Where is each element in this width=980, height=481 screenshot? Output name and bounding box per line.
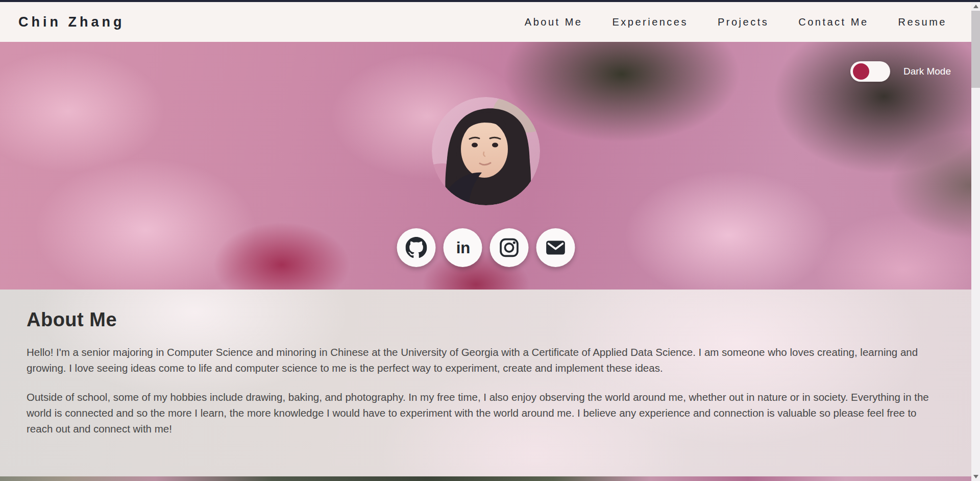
linkedin-icon: in: [451, 236, 474, 259]
page-scrollbar[interactable]: [971, 2, 980, 481]
dark-mode-toggle[interactable]: [850, 61, 890, 82]
about-section: About Me Hello! I'm a senior majoring in…: [0, 290, 971, 476]
nav-item-contact-me[interactable]: Contact Me: [798, 16, 868, 28]
hero-banner: Dark Mode: [0, 42, 971, 290]
scroll-down-button[interactable]: [971, 472, 980, 481]
next-section-peek: [0, 476, 971, 481]
scroll-down-arrow-icon: [973, 475, 978, 478]
github-icon: [405, 237, 427, 258]
about-heading: About Me: [27, 309, 945, 331]
nav-item-experiences[interactable]: Experiences: [612, 16, 688, 28]
svg-text:in: in: [456, 239, 470, 257]
instagram-icon: [498, 237, 520, 258]
dark-mode-label: Dark Mode: [903, 66, 951, 77]
nav-item-projects[interactable]: Projects: [718, 16, 769, 28]
toggle-knob: [853, 63, 869, 80]
profile-photo: [432, 97, 540, 205]
scroll-up-arrow-icon: [973, 5, 978, 8]
scroll-up-button[interactable]: [971, 2, 980, 11]
scrollbar-thumb[interactable]: [971, 11, 980, 88]
envelope-icon: [544, 236, 567, 259]
instagram-button[interactable]: [489, 228, 528, 267]
email-button[interactable]: [536, 228, 575, 267]
dark-mode-control: Dark Mode: [850, 61, 951, 82]
linkedin-button[interactable]: in: [443, 228, 482, 267]
nav-item-about-me[interactable]: About Me: [525, 16, 583, 28]
main-nav: About Me Experiences Projects Contact Me…: [525, 16, 947, 28]
site-header: Chin Zhang About Me Experiences Projects…: [0, 2, 971, 42]
about-paragraph-2: Outside of school, some of my hobbies in…: [27, 389, 943, 437]
about-paragraph-1: Hello! I'm a senior majoring in Computer…: [27, 344, 943, 376]
page: Chin Zhang About Me Experiences Projects…: [0, 0, 980, 481]
github-button[interactable]: [397, 228, 435, 267]
nav-item-resume[interactable]: Resume: [898, 16, 947, 28]
social-links: in: [397, 228, 575, 267]
brand-title[interactable]: Chin Zhang: [18, 14, 125, 30]
